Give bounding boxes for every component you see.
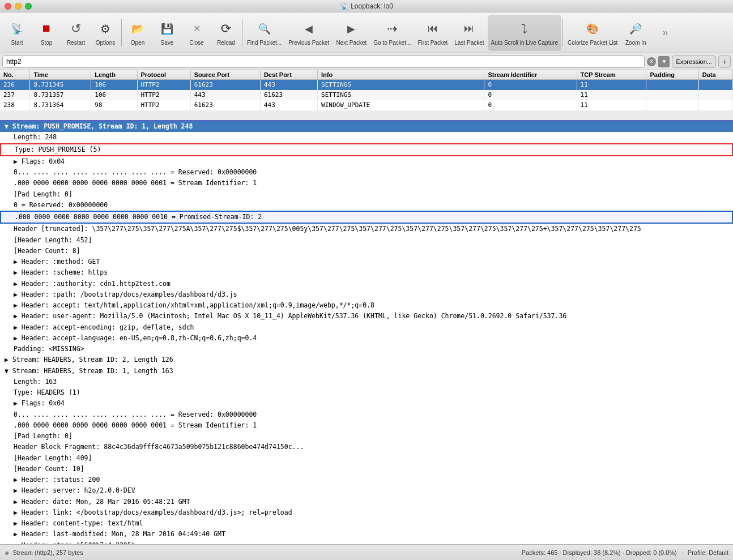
goto-label: Go to Packet... [373,40,411,46]
autoscroll-button[interactable]: Auto Scroll in Live Capture [488,15,561,51]
detail-line-item[interactable]: ▶ Header: last-modified: Mon, 28 Mar 201… [0,529,733,540]
detail-line-item[interactable]: ▶ Header: :authority: cdn1.http2test.com [0,279,733,289]
toolbar: Start Stop Restart Options Open Save Clo… [0,12,733,53]
filter-input[interactable]: http2 [2,55,645,68]
options-button[interactable]: Options [91,15,120,51]
detail-line-item[interactable]: 0 = Reserved: 0x00000000 [0,200,733,211]
zoomin-icon [627,20,645,38]
zoomin-label: Zoom In [625,40,646,46]
toolbar-separator-3 [562,19,563,46]
detail-line-item[interactable]: Padding: <MISSING> [0,344,733,354]
col-no[interactable]: No. [0,70,30,80]
detail-line-item[interactable]: [Header Count: 8] [0,246,733,257]
col-time[interactable]: Time [30,70,91,80]
detail-line-item[interactable]: ▶ Stream: HEADERS, Stream ID: 2, Length … [0,354,733,365]
detail-line-item[interactable]: [Pad Length: 0] [0,189,733,200]
table-row[interactable]: 2388.73136498HTTP261623443WINDOW_UPDATE0… [0,100,733,110]
detail-section-header[interactable]: ▼ Stream: PUSH_PROMISE, Stream ID: 1, Le… [0,121,733,132]
fullscreen-window-button[interactable] [25,3,32,10]
stop-button[interactable]: Stop [32,15,61,51]
detail-line-item[interactable]: ▶ Header: date: Mon, 28 Mar 2016 05:48:2… [0,497,733,507]
save-label: Save [161,40,174,46]
start-label: Start [11,40,23,46]
more-button[interactable] [650,15,680,51]
col-padding[interactable]: Padding [646,70,698,80]
detail-line-item[interactable]: ▶ Header: :status: 200 [0,474,733,485]
save-button[interactable]: Save [152,15,182,51]
table-cell: 61623 [260,90,317,100]
close-button[interactable]: Close [182,15,211,51]
detail-line-item[interactable]: Length: 163 [0,377,733,387]
filter-clear-button[interactable]: ✕ [647,57,656,66]
table-cell: 443 [190,90,260,100]
col-tcp-stream[interactable]: TCP Stream [577,70,646,80]
open-button[interactable]: Open [123,15,152,51]
detail-line-item[interactable]: ▶ Header: etag: "56f8b7e4-2295" [0,540,733,545]
filter-add-button[interactable]: + [718,55,731,68]
filter-dropdown-button[interactable]: ▼ [658,56,670,67]
table-row[interactable]: 2368.731345106HTTP261623443SETTINGS011 [0,80,733,90]
detail-line-item[interactable]: Header Block Fragment: 88c4c36da9fff8c46… [0,442,733,452]
restart-button[interactable]: Restart [61,15,91,51]
first-packet-button[interactable]: First Packet [414,15,451,51]
detail-line-item[interactable]: .000 0000 0000 0000 0000 0000 0000 0001 … [0,420,733,431]
reload-button[interactable]: Reload [211,15,241,51]
minimize-window-button[interactable] [15,3,22,10]
last-packet-button[interactable]: Last Packet [451,15,487,51]
col-protocol[interactable]: Protocol [137,70,190,80]
detail-line-item[interactable]: [Header Length: 409] [0,453,733,464]
detail-line-item[interactable]: [Header Count: 10] [0,464,733,474]
col-info[interactable]: Info [318,70,484,80]
title-bar: 📡 Loopback: lo0 [0,0,733,12]
detail-line-item[interactable]: ▶ Header: server: h2o/2.0.0-DEV [0,485,733,496]
detail-line-item[interactable]: 0... .... .... .... .... .... .... .... … [0,167,733,178]
stop-label: Stop [41,40,53,46]
col-data[interactable]: Data [698,70,732,80]
detail-line-item[interactable]: ▶ Header: :path: /bootstrap/docs/example… [0,289,733,300]
previous-packet-button[interactable]: Previous Packet [285,15,333,51]
colorize-label: Colorize Packet List [568,40,617,46]
find-packet-button[interactable]: Find Packet... [244,15,285,51]
detail-line-item[interactable]: ▶ Header: accept: text/html,application/… [0,300,733,311]
table-row[interactable]: 2378.731357106HTTP244361623SETTINGS011 [0,90,733,100]
detail-line-item[interactable]: ▶ Header: accept-encoding: gzip, deflate… [0,322,733,333]
detail-line-item[interactable]: ▶ Header: :scheme: https [0,267,733,278]
col-src-port[interactable]: Source Port [190,70,260,80]
detail-line-item[interactable]: Length: 248 [0,132,733,143]
col-dst-port[interactable]: Dest Port [260,70,317,80]
next-packet-button[interactable]: Next Packet [333,15,370,51]
table-cell [646,80,698,90]
detail-line-item[interactable]: ▶ Header: content-type: text/html [0,518,733,529]
detail-line-item[interactable]: 0... .... .... .... .... .... .... .... … [0,409,733,420]
detail-line-item[interactable]: Type: PUSH_PROMISE (5) [0,143,733,156]
detail-line-item[interactable]: .000 0000 0000 0000 0000 0000 0000 0010 … [0,211,733,224]
colorize-button[interactable]: Colorize Packet List [564,15,621,51]
detail-line-item[interactable]: ▶ Header: link: </bootstrap/docs/example… [0,507,733,518]
packets-info: Packets: 465 · Displayed: 38 (8.2%) · Dr… [522,549,677,556]
detail-line-item[interactable]: ▶ Header: accept-language: en-US,en;q=0.… [0,333,733,344]
detail-line-item[interactable]: ▶ Flags: 0x04 [0,398,733,409]
detail-line-item[interactable]: ▶ Flags: 0x04 [0,156,733,167]
col-length[interactable]: Length [91,70,137,80]
detail-line-item[interactable]: ▶ Header: user-agent: Mozilla/5.0 (Macin… [0,311,733,322]
expression-button[interactable]: Expression... [672,55,716,68]
table-cell: 8.731345 [30,80,91,90]
start-button[interactable]: Start [2,15,32,51]
reload-label: Reload [217,40,235,46]
detail-line-item[interactable]: Type: HEADERS (1) [0,387,733,398]
first-label: First Packet [417,40,448,46]
table-cell: HTTP2 [137,80,190,90]
detail-line-item[interactable]: .000 0000 0000 0000 0000 0000 0000 0001 … [0,178,733,189]
detail-line-item[interactable]: Header [truncated]: \357\277\275\357\277… [0,224,733,234]
close-window-button[interactable] [5,3,11,10]
traffic-lights [5,3,32,10]
goto-packet-button[interactable]: Go to Packet... [370,15,414,51]
detail-line-item[interactable]: [Pad Length: 0] [0,431,733,442]
table-cell: 443 [260,80,317,90]
detail-line-item[interactable]: ▶ Header: :method: GET [0,257,733,267]
detail-line-item[interactable]: [Header Length: 452] [0,235,733,246]
col-stream-id[interactable]: Stream Identifier [484,70,577,80]
zoomin-button[interactable]: Zoom In [621,15,650,51]
detail-line-item[interactable]: ▼ Stream: HEADERS, Stream ID: 1, Length … [0,366,733,377]
packet-rows: 2368.731345106HTTP261623443SETTINGS01123… [0,80,733,110]
